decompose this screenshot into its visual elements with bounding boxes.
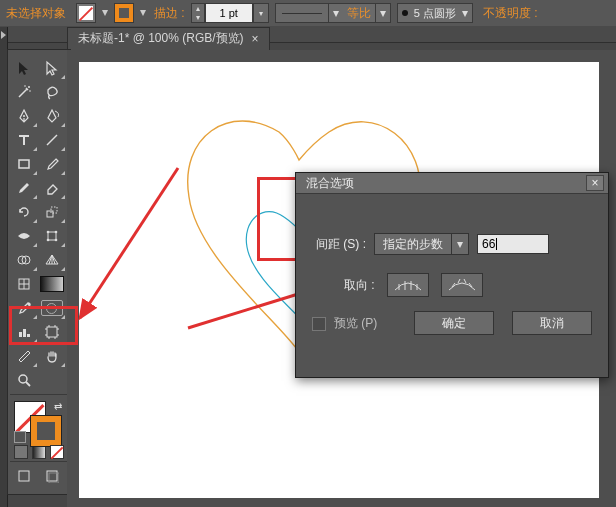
close-dialog-icon[interactable]: × [586, 175, 604, 191]
blend-options-dialog: 混合选项 × 间距 (S) : 指定的步数 ▾ 66 取向 : [295, 172, 609, 378]
chevron-down-icon[interactable]: ▾ [452, 237, 468, 251]
eyedropper-tool[interactable] [10, 296, 38, 320]
ok-button[interactable]: 确定 [414, 311, 494, 335]
stroke-swatch[interactable] [114, 3, 134, 23]
orientation-row: 取向 : [344, 273, 483, 297]
chevron-down-icon[interactable]: ▾ [253, 3, 269, 23]
orientation-align-page[interactable] [387, 273, 429, 297]
stroke-color-swatch[interactable] [30, 415, 62, 447]
svg-rect-23 [19, 471, 29, 481]
spacing-row: 间距 (S) : 指定的步数 ▾ 66 [316, 233, 549, 255]
rectangle-tool[interactable] [10, 152, 38, 176]
svg-rect-17 [19, 332, 22, 337]
chevron-down-icon[interactable]: ▾ [462, 6, 468, 20]
brush-label: 5 点圆形 [414, 6, 456, 21]
preview-checkbox[interactable] [312, 317, 326, 331]
artboard-tool[interactable] [38, 320, 66, 344]
dialog-title: 混合选项 [306, 175, 354, 192]
default-fill-stroke-icon[interactable] [14, 431, 26, 443]
svg-rect-18 [23, 329, 26, 337]
draw-mode-normal[interactable] [10, 464, 38, 488]
fill-stroke-control[interactable]: ⇄ [10, 399, 66, 443]
pencil-tool[interactable] [10, 176, 38, 200]
dialog-button-row: 确定 取消 [414, 311, 592, 335]
profile-label: 等比 [343, 5, 375, 22]
orientation-align-path[interactable] [441, 273, 483, 297]
orientation-label: 取向 : [344, 277, 375, 294]
chevron-down-icon[interactable]: ▾ [376, 6, 390, 20]
zoom-tool[interactable] [10, 368, 38, 392]
dialog-titlebar[interactable]: 混合选项 × [296, 173, 608, 194]
close-tab-icon[interactable]: × [252, 32, 259, 46]
chevron-down-icon[interactable]: ▾ [138, 3, 148, 21]
svg-point-2 [29, 90, 31, 92]
draw-mode-behind[interactable] [38, 464, 66, 488]
opacity-label: 不透明度 : [483, 5, 538, 22]
magic-wand-tool[interactable] [10, 80, 38, 104]
document-tabstrip: 未标题-1* @ 100% (RGB/预览) × [67, 27, 270, 49]
pen-tool[interactable] [10, 104, 38, 128]
sprayer-icon [41, 300, 63, 316]
svg-rect-5 [19, 160, 29, 168]
fill-stroke-indicator[interactable]: ▾ ▾ [76, 3, 148, 23]
stepper-icon[interactable]: ▴▾ [191, 3, 205, 23]
type-tool[interactable] [10, 128, 38, 152]
spacing-label: 间距 (S) : [316, 236, 366, 253]
document-tab-title: 未标题-1* @ 100% (RGB/预览) [78, 30, 244, 47]
svg-rect-19 [27, 334, 30, 337]
spacing-value-input[interactable]: 66 [477, 234, 549, 254]
hand-tool[interactable] [38, 344, 66, 368]
fill-swatch[interactable] [76, 3, 96, 23]
stroke-label: 描边 : [154, 5, 185, 22]
scale-tool[interactable] [38, 200, 66, 224]
stroke-weight-field[interactable]: ▴▾ ▾ [191, 4, 269, 22]
selection-tool[interactable] [10, 56, 38, 80]
mesh-tool[interactable] [10, 272, 38, 296]
profile-line-icon [282, 13, 322, 14]
tools-panel: ⇄ [7, 49, 71, 495]
eraser-tool[interactable] [38, 176, 66, 200]
svg-point-1 [24, 85, 26, 87]
variable-width-profile-dropdown[interactable]: ▾ 等比 ▾ [275, 3, 391, 23]
svg-line-4 [47, 135, 57, 145]
stroke-weight-input[interactable] [205, 3, 253, 23]
color-mode-solid[interactable] [14, 445, 28, 459]
chevron-down-icon[interactable]: ▾ [100, 3, 110, 21]
document-tab[interactable]: 未标题-1* @ 100% (RGB/预览) × [67, 27, 270, 50]
line-segment-tool[interactable] [38, 128, 66, 152]
slice-tool[interactable] [10, 344, 38, 368]
width-tool[interactable] [10, 224, 38, 248]
curvature-tool[interactable] [38, 104, 66, 128]
paintbrush-tool[interactable] [38, 152, 66, 176]
options-bar: 未选择对象 ▾ ▾ 描边 : ▴▾ ▾ ▾ 等比 ▾ 5 点圆形 ▾ 不透明度 … [0, 0, 616, 27]
svg-point-0 [28, 86, 30, 88]
shape-builder-tool[interactable] [10, 248, 38, 272]
svg-point-16 [27, 302, 30, 305]
perspective-grid-tool[interactable] [38, 248, 66, 272]
spacing-mode-dropdown[interactable]: 指定的步数 ▾ [374, 233, 469, 255]
lasso-tool[interactable] [38, 80, 66, 104]
preview-label: 预览 (P) [334, 315, 377, 332]
preview-row: 预览 (P) [312, 315, 377, 332]
svg-rect-8 [48, 232, 56, 240]
color-mode-gradient[interactable] [32, 445, 46, 459]
brush-definition-dropdown[interactable]: 5 点圆形 ▾ [397, 3, 473, 23]
column-graph-tool[interactable] [10, 320, 38, 344]
spacing-mode-value: 指定的步数 [375, 236, 451, 253]
free-transform-tool[interactable] [38, 224, 66, 248]
svg-point-12 [55, 239, 58, 242]
svg-line-34 [464, 279, 466, 283]
cancel-button[interactable]: 取消 [512, 311, 592, 335]
rotate-tool[interactable] [10, 200, 38, 224]
svg-rect-20 [47, 327, 57, 337]
chevron-down-icon[interactable]: ▾ [329, 6, 343, 20]
svg-line-33 [458, 279, 460, 283]
no-selection-indicator: 未选择对象 [6, 5, 66, 22]
gradient-tool[interactable] [38, 272, 66, 296]
color-mode-none[interactable] [50, 445, 64, 459]
triangle-right-icon [1, 31, 6, 39]
direct-selection-tool[interactable] [38, 56, 66, 80]
toggle-fill-stroke[interactable] [38, 368, 66, 392]
symbol-sprayer-tool[interactable] [38, 296, 66, 320]
swap-fill-stroke-icon[interactable]: ⇄ [54, 401, 62, 412]
